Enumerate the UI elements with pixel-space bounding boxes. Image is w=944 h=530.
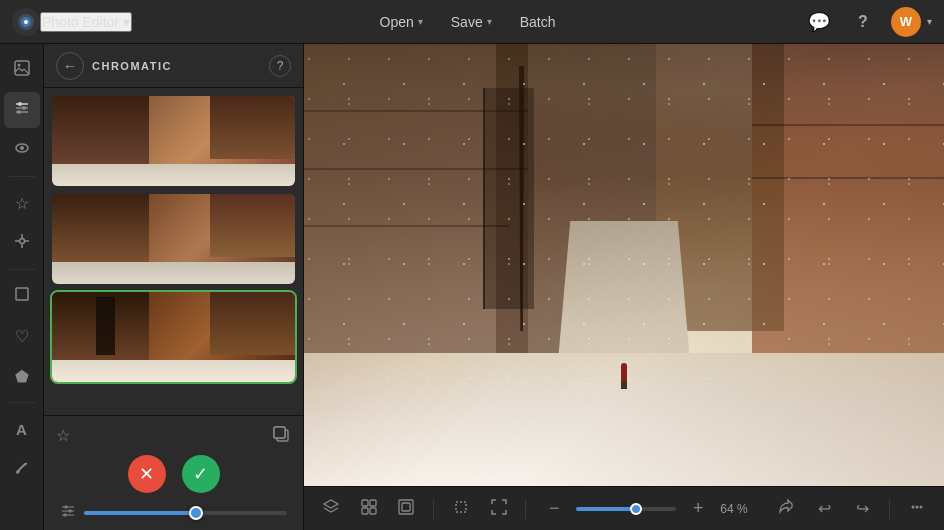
back-icon: ← xyxy=(63,58,77,74)
text-icon: A xyxy=(16,421,27,438)
app-title-button[interactable]: Photo Editor ▾ xyxy=(40,12,132,32)
shape-icon: ⬟ xyxy=(15,367,29,386)
header: Photo Editor ▾ Open ▾ Save ▾ Batch 💬 ? W… xyxy=(0,0,944,44)
chat-icon: 💬 xyxy=(808,11,830,33)
grid-view-button[interactable] xyxy=(354,493,384,525)
save-chevron: ▾ xyxy=(487,16,492,27)
redo-button[interactable]: ↪ xyxy=(848,493,878,525)
icon-bar-divider-1 xyxy=(9,176,35,177)
svg-point-12 xyxy=(20,146,24,150)
main-area: ☆ ♡ ⬟ xyxy=(0,44,944,530)
cancel-button[interactable]: ✕ xyxy=(128,455,166,493)
slider-track[interactable] xyxy=(84,511,287,515)
square-tool-button[interactable] xyxy=(4,278,40,314)
frame-icon xyxy=(397,498,415,520)
slider-fill xyxy=(84,511,196,515)
hub-tool-button[interactable] xyxy=(4,225,40,261)
panel-help-icon: ? xyxy=(277,59,284,73)
open-label: Open xyxy=(380,14,414,30)
zoom-slider-thumb[interactable] xyxy=(630,503,642,515)
crop-icon xyxy=(452,498,470,520)
redo-icon: ↪ xyxy=(856,499,869,518)
svg-point-8 xyxy=(22,106,26,110)
user-menu[interactable]: W ▾ xyxy=(891,7,932,37)
star-icon: ☆ xyxy=(15,194,29,213)
svg-point-39 xyxy=(920,505,923,508)
svg-rect-18 xyxy=(16,288,28,300)
photo-canvas xyxy=(304,44,944,486)
avatar-chevron: ▾ xyxy=(927,16,932,27)
toolbar-separator-3 xyxy=(889,499,890,519)
toolbar-separator-1 xyxy=(433,499,434,519)
favorite-button[interactable]: ☆ xyxy=(56,426,70,445)
confirm-button[interactable]: ✓ xyxy=(182,455,220,493)
header-menu: Open ▾ Save ▾ Batch xyxy=(132,8,803,36)
app-logo xyxy=(12,8,40,36)
heart-icon: ♡ xyxy=(15,327,29,346)
more-options-button[interactable] xyxy=(902,493,932,525)
share-icon xyxy=(778,498,796,520)
share-button[interactable] xyxy=(772,493,802,525)
chromatic-overlay xyxy=(304,44,944,486)
svg-point-6 xyxy=(18,102,22,106)
hub-icon xyxy=(13,232,31,254)
app-title-text: Photo Editor xyxy=(42,14,119,30)
svg-point-38 xyxy=(916,505,919,508)
canvas-content xyxy=(304,44,944,486)
open-menu-button[interactable]: Open ▾ xyxy=(370,8,433,36)
panel-help-button[interactable]: ? xyxy=(269,55,291,77)
bottom-toolbar: − + 64 % ↩ xyxy=(304,486,944,530)
crop-button[interactable] xyxy=(446,493,476,525)
filter-item-chromatic4[interactable]: Chromatic 4 xyxy=(52,292,295,382)
slider-adjust-icon xyxy=(60,503,76,522)
svg-point-37 xyxy=(912,505,915,508)
chat-button[interactable]: 💬 xyxy=(803,6,835,38)
question-icon: ? xyxy=(858,13,868,31)
intensity-slider[interactable] xyxy=(56,503,291,522)
tune-tool-button[interactable] xyxy=(4,92,40,128)
zoom-slider[interactable] xyxy=(576,507,676,511)
frame-button[interactable] xyxy=(391,493,421,525)
undo-button[interactable]: ↩ xyxy=(810,493,840,525)
svg-point-13 xyxy=(19,239,24,244)
slider-thumb[interactable] xyxy=(189,506,203,520)
image-tool-button[interactable] xyxy=(4,52,40,88)
zoom-out-icon: − xyxy=(549,498,560,519)
heart-tool-button[interactable]: ♡ xyxy=(4,318,40,354)
star-tool-button[interactable]: ☆ xyxy=(4,185,40,221)
copy-button[interactable] xyxy=(271,424,291,447)
zoom-in-button[interactable]: + xyxy=(682,493,714,525)
filter-list: Chromatic 2 Chromatic 3 xyxy=(44,88,303,415)
user-avatar[interactable]: W xyxy=(891,7,921,37)
zoom-percentage: 64 % xyxy=(720,502,756,516)
panel-title: CHROMATIC xyxy=(92,60,261,72)
svg-rect-34 xyxy=(399,500,413,514)
fit-screen-button[interactable] xyxy=(484,493,514,525)
svg-rect-31 xyxy=(370,500,376,506)
batch-button[interactable]: Batch xyxy=(510,8,566,36)
layers-button[interactable] xyxy=(316,493,346,525)
star-favorite-icon: ☆ xyxy=(56,427,70,444)
undo-icon: ↩ xyxy=(818,499,831,518)
eye-icon xyxy=(13,139,31,161)
help-button[interactable]: ? xyxy=(847,6,879,38)
save-menu-button[interactable]: Save ▾ xyxy=(441,8,502,36)
text-tool-button[interactable]: A xyxy=(4,411,40,447)
bottom-actions: ☆ xyxy=(56,424,291,447)
filter-item-chromatic2[interactable]: Chromatic 2 xyxy=(52,96,295,186)
toolbar-separator-2 xyxy=(525,499,526,519)
fit-screen-icon xyxy=(490,498,508,520)
svg-rect-32 xyxy=(362,508,368,514)
brush-tool-button[interactable] xyxy=(4,451,40,487)
zoom-out-button[interactable]: − xyxy=(538,493,570,525)
square-icon xyxy=(13,285,31,307)
shape-tool-button[interactable]: ⬟ xyxy=(4,358,40,394)
back-button[interactable]: ← xyxy=(56,52,84,80)
filter-item-chromatic3[interactable]: Chromatic 3 xyxy=(52,194,295,284)
image-icon xyxy=(13,59,31,81)
svg-rect-3 xyxy=(15,61,29,75)
eye-tool-button[interactable] xyxy=(4,132,40,168)
layers-icon xyxy=(322,498,340,520)
copy-icon xyxy=(271,431,291,447)
svg-point-2 xyxy=(24,20,28,24)
